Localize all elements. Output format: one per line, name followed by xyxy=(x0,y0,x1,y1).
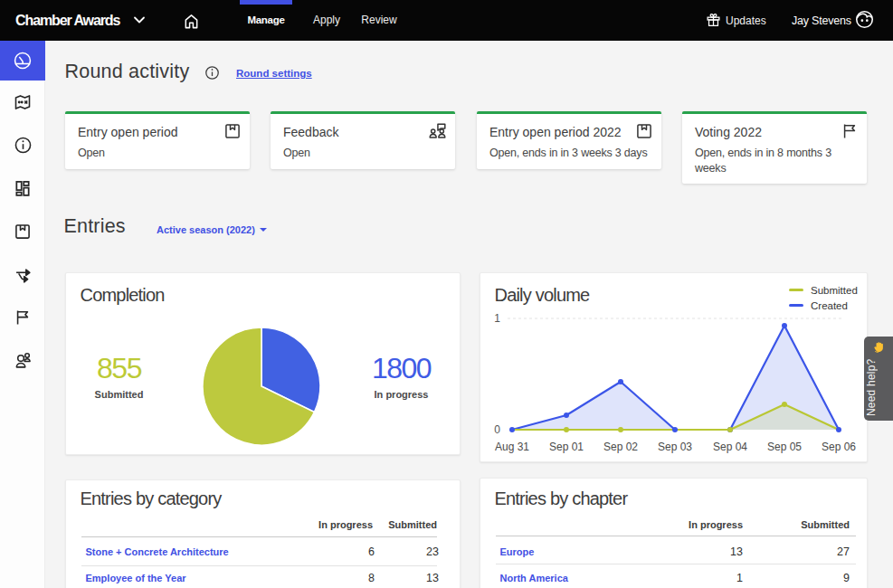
svg-text:Sep 06: Sep 06 xyxy=(822,441,856,453)
svg-text:Sep 05: Sep 05 xyxy=(767,441,802,453)
svg-text:1: 1 xyxy=(494,312,500,325)
svg-text:Sep 04: Sep 04 xyxy=(713,441,747,453)
svg-text:0: 0 xyxy=(494,423,500,436)
svg-text:Sep 01: Sep 01 xyxy=(549,441,584,453)
svg-text:Sep 03: Sep 03 xyxy=(658,441,692,453)
svg-text:Sep 02: Sep 02 xyxy=(603,441,638,453)
svg-text:Aug 31: Aug 31 xyxy=(495,441,529,453)
